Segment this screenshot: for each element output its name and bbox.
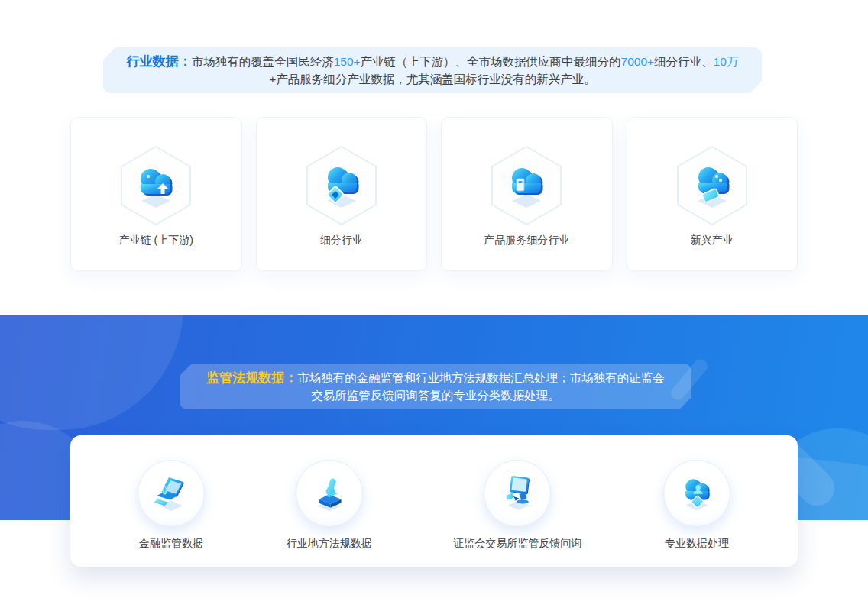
item-financial-regulation: 金融监管数据 (138, 460, 205, 551)
item-label-exchange-feedback: 证监会交易所监管反馈问询 (453, 537, 581, 551)
item-label-financial-regulation: 金融监管数据 (139, 537, 203, 551)
industry-banner-text: 行业数据：市场独有的覆盖全国民经济150+产业链（上下游）、全市场数据供应商中最… (126, 53, 739, 88)
card-label-emerging-industry: 新兴产业 (691, 234, 734, 247)
highlight-7000: 7000+ (621, 55, 655, 68)
item-label-local-laws: 行业地方法规数据 (287, 537, 372, 551)
regulation-banner-title: 监管法规数据： (206, 370, 297, 385)
page: 行业数据：市场独有的覆盖全国民经济150+产业链（上下游）、全市场数据供应商中最… (0, 0, 868, 611)
card-label-industry-chain: 产业链 (上下游) (119, 234, 193, 247)
cloud-emerging-icon (675, 145, 749, 226)
cloud-segment-icon (305, 145, 378, 226)
decorative-blob (0, 315, 183, 430)
card-product-service: 产品服务细分行业 (441, 117, 613, 271)
industry-data-banner: 行业数据：市场独有的覆盖全国民经济150+产业链（上下游）、全市场数据供应商中最… (103, 47, 762, 93)
cloud-product-icon (490, 145, 563, 226)
card-industry-chain: 产业链 (上下游) (70, 117, 242, 271)
highlight-10wan: 10万 (714, 55, 739, 68)
regulation-banner-text: 监管法规数据：市场独有的金融监管和行业地方法规数据汇总处理；市场独有的证监会交易… (201, 369, 670, 404)
card-label-product-service: 产品服务细分行业 (484, 234, 569, 247)
regulation-data-banner: 监管法规数据：市场独有的金融监管和行业地方法规数据汇总处理；市场独有的证监会交易… (180, 364, 691, 409)
card-emerging-industry: 新兴产业 (627, 117, 798, 271)
card-label-sub-industry: 细分行业 (320, 234, 363, 247)
card-sub-industry: 细分行业 (256, 117, 428, 271)
item-label-data-processing: 专业数据处理 (665, 537, 729, 551)
item-data-processing: 专业数据处理 (663, 460, 730, 551)
regulation-process-card: 金融监管数据 行业地方法规数据 (70, 435, 798, 567)
monitor-feedback-icon (484, 460, 551, 527)
highlight-150: 150+ (334, 55, 361, 68)
laptop-icon (138, 460, 205, 527)
industry-banner-title: 行业数据： (127, 54, 192, 69)
industry-cards-row: 产业链 (上下游) (70, 117, 798, 271)
item-exchange-feedback: 证监会交易所监管反馈问询 (453, 460, 581, 551)
item-local-laws: 行业地方法规数据 (287, 460, 372, 551)
stamp-icon (296, 460, 363, 527)
cloud-upstream-icon (119, 145, 193, 226)
cloud-processing-icon (663, 460, 730, 527)
